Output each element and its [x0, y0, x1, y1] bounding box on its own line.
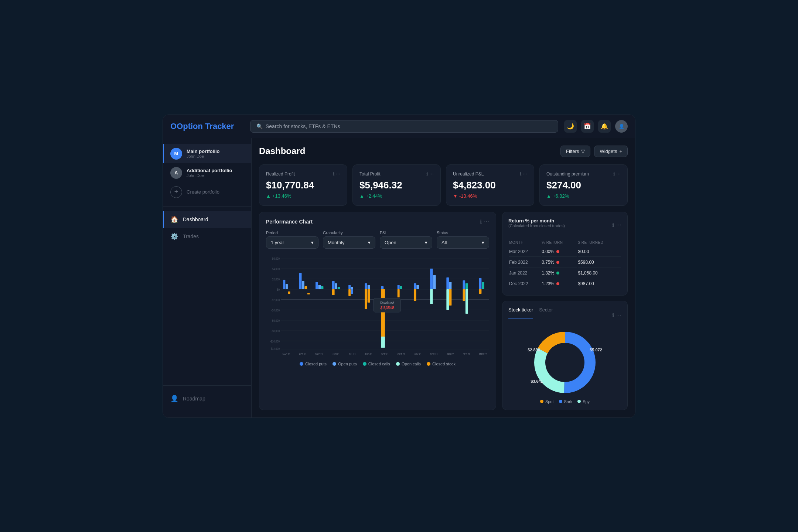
return-amt-0: $0.00 — [578, 247, 621, 257]
unrealized-icons: ℹ ⋯ — [520, 171, 527, 177]
svg-text:$3.641: $3.641 — [531, 379, 543, 383]
svg-text:NOV 21: NOV 21 — [414, 352, 422, 355]
create-portfolio-icon: + — [170, 186, 182, 198]
return-title: Return % per month — [508, 218, 565, 224]
sark-label: Sark — [564, 399, 573, 404]
right-panel: Return % per month (Calculated from clos… — [502, 212, 628, 410]
sidebar-item-dashboard[interactable]: 🏠 Dashboard — [163, 211, 251, 228]
donut-card-icons: ℹ ⋯ — [612, 312, 621, 318]
portfolio-main[interactable]: M Main portfoliio John Doe — [163, 144, 251, 163]
status-dot-3 — [556, 282, 559, 285]
user-avatar[interactable]: 👤 — [615, 120, 628, 133]
premium-change-arrow: ▲ — [546, 193, 551, 199]
open-calls-dot — [396, 362, 400, 366]
svg-text:-$12,000: -$12,000 — [270, 347, 280, 351]
svg-rect-52 — [433, 275, 436, 289]
period-value: 1 year — [271, 240, 284, 245]
page-title: Dashboard — [259, 146, 305, 156]
svg-rect-28 — [318, 285, 321, 289]
widgets-button[interactable]: Widgets + — [594, 146, 628, 157]
legend-open-calls: Open calls — [396, 362, 421, 366]
granularity-select[interactable]: Monthly ▾ — [323, 236, 375, 249]
svg-rect-62 — [479, 278, 482, 289]
widgets-plus-icon: + — [619, 149, 622, 154]
bottom-grid: Performance Chart ℹ ⋯ Period 1 year ▾ — [259, 212, 628, 410]
realized-change-arrow: ▲ — [266, 193, 271, 199]
filters-button[interactable]: Filters ▽ — [560, 146, 590, 157]
unrealized-label: Unrealized P&L ℹ ⋯ — [453, 171, 527, 177]
svg-text:JAN 22: JAN 22 — [447, 352, 454, 355]
tab-sector[interactable]: Sector — [539, 307, 553, 314]
total-change-arrow: ▲ — [359, 193, 364, 199]
return-amt-3: $987.00 — [578, 279, 621, 289]
return-pct-1: 0.75% — [542, 258, 577, 267]
stat-card-total: Total Profit ℹ ⋯ $5,946.32 ▲ +2.44% — [352, 164, 441, 206]
return-card: Return % per month (Calculated from clos… — [502, 212, 628, 296]
sidebar-item-trades[interactable]: ⚙️ Trades — [163, 228, 251, 245]
svg-text:Closed stock: Closed stock — [380, 301, 394, 304]
status-dot-0 — [556, 250, 559, 253]
donut-svg: $2.836 $5.072 $3.641 — [524, 329, 606, 396]
portfolio-main-user: John Doe — [187, 154, 220, 158]
closed-puts-dot — [300, 362, 303, 366]
app-window: OOption Tracker 🔍 Search for stocks, ETF… — [163, 115, 635, 418]
chart-legend: Closed puts Open puts Closed calls — [266, 362, 489, 366]
return-month-1: Feb 2022 — [509, 258, 541, 267]
period-select[interactable]: 1 year ▾ — [266, 236, 318, 249]
logo-highlight: O — [170, 122, 177, 131]
svg-text:OCT 21: OCT 21 — [398, 352, 405, 355]
donut-card: Stock ticker Sector ℹ ⋯ — [502, 301, 628, 410]
chart-menu-icon[interactable]: ⋯ — [484, 219, 489, 225]
chart-info-icon[interactable]: ℹ — [480, 219, 482, 225]
portfolio-additional[interactable]: A Additional portfollio John Doe — [163, 163, 251, 183]
content-area: Dashboard Filters ▽ Widgets + Realiz — [252, 138, 635, 417]
return-month-0: Mar 2022 — [509, 247, 541, 257]
svg-rect-64 — [479, 289, 482, 294]
svg-text:DEC 21: DEC 21 — [430, 352, 438, 355]
closed-stock-dot — [427, 362, 430, 366]
total-icons: ℹ ⋯ — [426, 171, 434, 177]
bar-chart-svg: $6,000 $4,000 $2,000 $0 -$2,000 -$4,000 … — [266, 255, 489, 358]
svg-rect-37 — [351, 289, 353, 294]
portfolio-additional-avatar: A — [170, 167, 182, 179]
tab-stock-ticker[interactable]: Stock ticker — [508, 307, 533, 318]
svg-rect-32 — [338, 287, 340, 289]
granularity-chevron: ▾ — [368, 240, 371, 245]
realized-value: $10,770.84 — [266, 180, 340, 191]
return-menu-icon[interactable]: ⋯ — [616, 222, 621, 228]
svg-text:-$13,350.88: -$13,350.88 — [380, 306, 394, 310]
sark-dot — [559, 400, 562, 403]
pl-select[interactable]: Open ▾ — [380, 236, 432, 249]
status-select[interactable]: All ▾ — [437, 236, 489, 249]
legend-open-puts: Open puts — [332, 362, 357, 366]
svg-rect-59 — [466, 283, 468, 289]
return-month-3: Dec 2022 — [509, 279, 541, 289]
closed-calls-dot — [363, 362, 366, 366]
theme-toggle-icon[interactable]: 🌙 — [564, 120, 577, 133]
premium-change-pct: +6.82% — [553, 193, 569, 199]
donut-menu-icon[interactable]: ⋯ — [616, 312, 621, 318]
stat-card-unrealized: Unrealized P&L ℹ ⋯ $4,823.00 ▼ -13.46% — [446, 164, 534, 206]
svg-text:$2,000: $2,000 — [272, 277, 280, 281]
svg-text:-$2,000: -$2,000 — [271, 298, 280, 302]
create-portfolio-button[interactable]: + Create portfolio — [163, 183, 251, 202]
legend-spy: Spy — [577, 399, 590, 404]
sidebar-item-roadmap[interactable]: 👤 Roadmap — [163, 390, 251, 407]
svg-rect-78 — [374, 298, 401, 312]
notifications-icon[interactable]: 🔔 — [598, 120, 611, 133]
total-change-pct: +2.44% — [366, 193, 382, 199]
main-layout: M Main portfoliio John Doe A Additional … — [163, 138, 635, 417]
return-info-icon[interactable]: ℹ — [612, 222, 614, 228]
svg-rect-50 — [414, 289, 416, 301]
donut-legend: Spot Sark Spy — [508, 399, 621, 404]
calendar-icon[interactable]: 📅 — [581, 120, 594, 133]
granularity-value: Monthly — [328, 240, 345, 245]
widgets-label: Widgets — [600, 149, 617, 154]
dashboard-icon: 🏠 — [170, 215, 178, 224]
svg-rect-21 — [286, 284, 288, 289]
svg-text:APR 21: APR 21 — [299, 352, 306, 355]
svg-rect-41 — [368, 289, 370, 303]
period-select-group: Period 1 year ▾ — [266, 231, 318, 249]
donut-info-icon[interactable]: ℹ — [612, 312, 614, 318]
search-bar[interactable]: 🔍 Search for stocks, ETFs & ETNs — [250, 120, 558, 133]
